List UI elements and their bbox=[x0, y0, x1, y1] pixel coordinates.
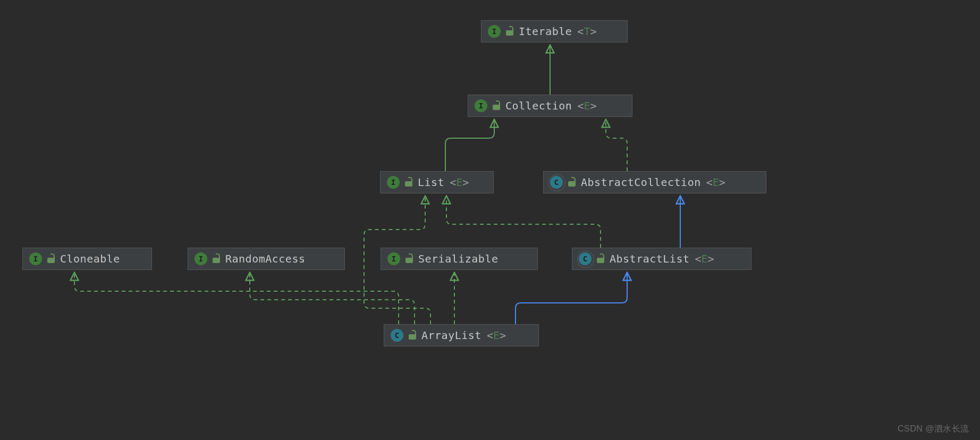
generic: <E> bbox=[487, 329, 506, 342]
type-name: List bbox=[418, 176, 444, 189]
unlock-icon bbox=[506, 27, 513, 36]
interface-icon: I bbox=[387, 252, 400, 265]
watermark: CSDN @泗水长流 bbox=[898, 424, 969, 435]
interface-icon: I bbox=[195, 252, 207, 265]
edge-abstractlist-list bbox=[446, 197, 601, 248]
node-list[interactable]: I List <E> bbox=[380, 171, 494, 193]
interface-icon: I bbox=[488, 25, 501, 38]
type-name: AbstractList bbox=[610, 252, 690, 265]
generic: <E> bbox=[577, 99, 596, 112]
unlock-icon bbox=[597, 255, 604, 263]
edge-list-collection bbox=[445, 120, 494, 171]
type-name: Serializable bbox=[418, 252, 499, 265]
type-name: Cloneable bbox=[60, 252, 120, 265]
unlock-icon bbox=[409, 331, 416, 340]
interface-icon: I bbox=[29, 252, 42, 265]
class-icon: C bbox=[391, 329, 403, 342]
abstract-class-icon: C bbox=[550, 176, 563, 189]
interface-icon: I bbox=[475, 99, 487, 112]
edge-arraylist-randomaccess bbox=[250, 273, 415, 324]
generic: <E> bbox=[695, 252, 714, 265]
type-name: AbstractCollection bbox=[581, 176, 701, 189]
interface-icon: I bbox=[387, 176, 400, 189]
type-name: Iterable bbox=[519, 25, 572, 38]
node-serializable[interactable]: I Serializable bbox=[381, 248, 538, 270]
node-abstractlist[interactable]: C AbstractList <E> bbox=[572, 248, 751, 270]
edge-arraylist-abstractlist bbox=[516, 273, 627, 324]
unlock-icon bbox=[493, 101, 500, 110]
type-name: RandomAccess bbox=[225, 252, 306, 265]
unlock-icon bbox=[568, 178, 576, 187]
abstract-class-icon: C bbox=[579, 252, 592, 265]
node-abstractcollection[interactable]: C AbstractCollection <E> bbox=[543, 171, 766, 193]
edges-layer bbox=[0, 0, 980, 440]
node-cloneable[interactable]: I Cloneable bbox=[22, 248, 152, 270]
node-randomaccess[interactable]: I RandomAccess bbox=[188, 248, 345, 270]
node-collection[interactable]: I Collection <E> bbox=[468, 95, 632, 117]
generic: <E> bbox=[450, 176, 469, 189]
edge-arraylist-cloneable bbox=[74, 273, 399, 324]
unlock-icon bbox=[405, 255, 413, 263]
type-name: Collection bbox=[505, 99, 572, 112]
generic: <E> bbox=[706, 176, 725, 189]
class-hierarchy-diagram: I Iterable <T> I Collection <E> I List <… bbox=[0, 0, 980, 440]
generic: <T> bbox=[577, 25, 596, 38]
unlock-icon bbox=[405, 178, 412, 187]
unlock-icon bbox=[213, 255, 220, 263]
node-iterable[interactable]: I Iterable <T> bbox=[481, 20, 628, 43]
node-arraylist[interactable]: C ArrayList <E> bbox=[384, 324, 539, 346]
type-name: ArrayList bbox=[421, 329, 481, 342]
edge-abstractcollection-collection bbox=[606, 120, 627, 171]
unlock-icon bbox=[47, 255, 55, 263]
